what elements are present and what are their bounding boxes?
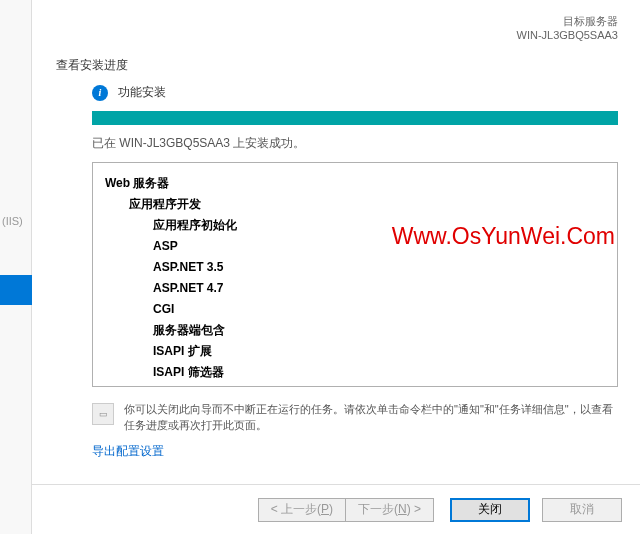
hint-row: ▭ 你可以关闭此向导而不中断正在运行的任务。请依次单击命令栏中的"通知"和"任务… [32,401,640,433]
feature-item: 服务器端包含 [105,320,605,341]
next-button: 下一步(N) > [345,498,434,522]
prev-button: < 上一步(P) [258,498,345,522]
feature-item: ASP.NET 3.5 [105,257,605,278]
status-row: i 功能安装 [92,84,618,101]
info-icon: i [92,85,108,101]
install-result: 已在 WIN-JL3GBQ5SAA3 上安装成功。 [92,135,618,152]
feature-lvl2: 应用程序开发 [105,194,605,215]
feature-item: CGI [105,299,605,320]
sidebar-iis-label: (IIS) [2,215,23,227]
feature-item: ISAPI 筛选器 [105,362,605,383]
progress-bar [92,111,618,125]
feature-list-box: Web 服务器 应用程序开发 应用程序初始化ASPASP.NET 3.5ASP.… [92,162,618,387]
hint-text: 你可以关闭此向导而不中断正在运行的任务。请依次单击命令栏中的"通知"和"任务详细… [124,401,618,433]
header-target: 目标服务器 WIN-JL3GBQ5SAA3 [32,0,640,49]
feature-item: ASP.NET 4.7 [105,278,605,299]
cancel-button: 取消 [542,498,622,522]
feature-item: .NET Extensibility 3.5 [105,383,605,387]
install-status: 功能安装 [118,84,166,101]
target-server-label: 目标服务器 [32,14,618,29]
feature-item: ISAPI 扩展 [105,341,605,362]
progress-title: 查看安装进度 [32,49,640,84]
close-button[interactable]: 关闭 [450,498,530,522]
flag-icon: ▭ [92,403,114,425]
wizard-sidebar: (IIS) [0,0,32,534]
target-server-name: WIN-JL3GBQ5SAA3 [32,29,618,41]
feature-root: Web 服务器 [105,173,605,194]
export-config-link[interactable]: 导出配置设置 [32,433,640,460]
watermark-text: Www.OsYunWei.Com [392,223,615,250]
main-content: 目标服务器 WIN-JL3GBQ5SAA3 查看安装进度 i 功能安装 已在 W… [32,0,640,534]
footer-buttons: < 上一步(P) 下一步(N) > 关闭 取消 [32,484,640,534]
